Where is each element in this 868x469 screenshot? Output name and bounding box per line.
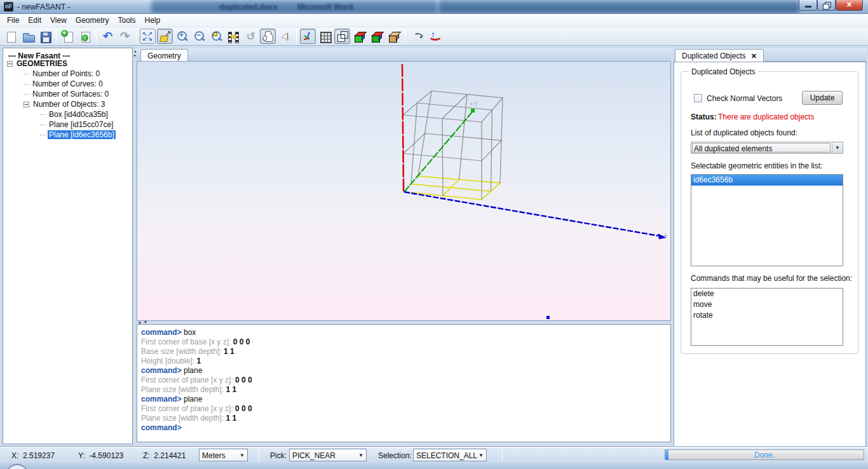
tab-duplicated-objects[interactable]: Duplicated Objects✕: [675, 49, 764, 62]
toolbar: +↓↶↷↗+− ➜↺➤↑: [0, 27, 868, 46]
command-console[interactable]: command> boxFirst corner of base [x y z]…: [137, 324, 671, 442]
tree-item[interactable]: Number of Points: 0: [3, 69, 132, 79]
selected-plane-highlight[interactable]: [404, 176, 500, 200]
tree-item[interactable]: --- New Fasant ---: [3, 48, 132, 58]
toolbar-separator: [136, 29, 137, 43]
tree-item-label: Number of Points: 0: [31, 69, 101, 78]
entities-listbox[interactable]: id6ec3656b: [691, 174, 843, 266]
menu-edit[interactable]: Edit: [24, 15, 46, 26]
zoom-in-icon[interactable]: +: [174, 29, 190, 44]
restore-button[interactable]: [817, 0, 836, 11]
pick-label: Pick:: [270, 451, 287, 460]
save-icon[interactable]: [37, 29, 53, 44]
background-window-ghost: [151, 0, 437, 13]
close-button[interactable]: [836, 0, 863, 11]
console-line: First corner of base [x y z]: 0 0 0: [141, 337, 667, 347]
tree-item[interactable]: Plane [id6ec3656b]: [3, 130, 132, 140]
combobox-arrow-icon[interactable]: ▼: [358, 452, 363, 458]
tree-expander-icon[interactable]: [7, 61, 13, 67]
menu-bar: FileEditViewGeometryToolsHelp: [0, 14, 868, 27]
view-shaded-edges-icon[interactable]: [369, 29, 384, 44]
tree-item[interactable]: Plane [id15cc07ce]: [3, 119, 132, 130]
pan-icon[interactable]: [260, 29, 276, 44]
menu-tools[interactable]: Tools: [114, 15, 140, 26]
commands-listbox[interactable]: deletemoverotate: [691, 288, 843, 346]
entity-list-item[interactable]: id6ec3656b: [691, 175, 843, 186]
axis-label-x: +: [663, 231, 668, 240]
grid-icon[interactable]: [317, 29, 333, 44]
new-file-icon[interactable]: [3, 29, 18, 44]
undo-icon[interactable]: ↶: [100, 29, 116, 44]
console-line: Plane size [width depth]: 1 1: [141, 385, 667, 395]
open-icon[interactable]: [20, 29, 36, 44]
rotate-view-icon[interactable]: ↺: [243, 29, 259, 44]
toolbar-separator: [96, 29, 97, 43]
toolbar-separator: [56, 29, 57, 43]
checkbox-label: Check Normal Vectors: [707, 94, 782, 103]
tree-item[interactable]: Number of Curves: 0: [3, 79, 132, 89]
reorder-icon[interactable]: ➜: [226, 29, 241, 44]
tree-connector: [40, 135, 46, 135]
view-solid-icon[interactable]: [386, 29, 402, 44]
zoom-out-icon[interactable]: −: [191, 29, 207, 44]
minimize-button[interactable]: [799, 0, 817, 11]
selection-combobox[interactable]: SELECTION_ALL▼: [413, 449, 487, 461]
tree-item-label: GEOMETRIES: [15, 59, 69, 68]
menu-geometry[interactable]: Geometry: [71, 15, 114, 26]
box-wireframe[interactable]: [403, 91, 503, 200]
command-list-item[interactable]: rotate: [691, 310, 843, 321]
command-list-item[interactable]: delete: [691, 289, 843, 299]
select-cursor-icon[interactable]: ➤: [277, 29, 293, 44]
redo-icon[interactable]: ↷: [117, 29, 133, 44]
menu-file[interactable]: File: [3, 15, 24, 26]
status-label: Status:: [691, 112, 717, 121]
console-line: Plane size [width depth]: 1 1: [141, 414, 667, 423]
duplicated-elements-combobox[interactable]: All duplicated elements ▼: [691, 142, 843, 154]
duplicated-objects-groupbox: Duplicated Objects Check Normal Vectors …: [681, 71, 858, 354]
console-line: command> plane: [141, 366, 667, 376]
arc-tool-icon[interactable]: [409, 29, 424, 44]
check-normal-vectors-checkbox[interactable]: [694, 94, 702, 102]
tree-connector: [40, 114, 46, 115]
axes-icon[interactable]: [300, 29, 316, 44]
menu-view[interactable]: View: [46, 15, 71, 26]
combobox-arrow-icon[interactable]: ▼: [240, 452, 245, 458]
menu-help[interactable]: Help: [140, 15, 165, 26]
commands-label: Commands that may be useful for the sele…: [691, 274, 852, 283]
tab-geometry[interactable]: Geometry: [140, 49, 188, 62]
view-wireframe-icon[interactable]: [334, 29, 350, 44]
ghost-window-title: Microsoft Word: [297, 3, 353, 11]
tree-item[interactable]: Number of Surfaces: 0: [3, 89, 132, 99]
statusbar-separator: [259, 449, 259, 461]
tree-expander-icon[interactable]: [24, 102, 29, 107]
entities-label: Selectable geometric entities in the lis…: [691, 161, 822, 170]
pick-selection-icon[interactable]: ↗: [157, 29, 173, 44]
console-line: command>: [141, 423, 667, 433]
tree-item[interactable]: Number of Objects: 3: [3, 99, 132, 109]
window-bottom-frame: [0, 463, 868, 469]
units-combobox[interactable]: Meters▼: [199, 449, 248, 461]
pick-combobox[interactable]: PICK_NEAR▼: [289, 449, 367, 461]
tree-connector: [40, 125, 46, 125]
geometry-viewport[interactable]: +Y +: [137, 61, 671, 321]
import-icon[interactable]: ↓: [77, 29, 93, 44]
geometry-tree-panel: --- New Fasant ---GEOMETRIESNumber of Po…: [3, 48, 133, 444]
app-icon: nF: [4, 2, 13, 11]
command-list-item[interactable]: move: [691, 299, 843, 310]
vertex-marker[interactable]: [546, 316, 550, 319]
tree-item-label: Number of Surfaces: 0: [31, 90, 110, 99]
combobox-arrow-icon[interactable]: ▼: [478, 452, 484, 458]
console-line: First corner of plane [x y z]: 0 0 0: [141, 404, 667, 414]
new-geometry-icon[interactable]: +: [60, 29, 76, 44]
normal-vector-icon[interactable]: ↑: [426, 29, 442, 44]
tree-item-label: Number of Objects: 3: [32, 100, 106, 109]
view-shaded-icon[interactable]: [351, 29, 367, 44]
tree-item[interactable]: GEOMETRIES: [3, 58, 132, 69]
tab-close-icon[interactable]: ✕: [751, 52, 757, 60]
zoom-window-icon[interactable]: [208, 29, 224, 44]
groupbox-title: Duplicated Objects: [689, 67, 758, 76]
tree-item[interactable]: Box [id4d0ca35b]: [3, 109, 132, 119]
update-button[interactable]: Update: [802, 91, 843, 105]
fit-view-icon[interactable]: [140, 29, 156, 44]
combobox-arrow-icon[interactable]: ▼: [832, 142, 843, 153]
